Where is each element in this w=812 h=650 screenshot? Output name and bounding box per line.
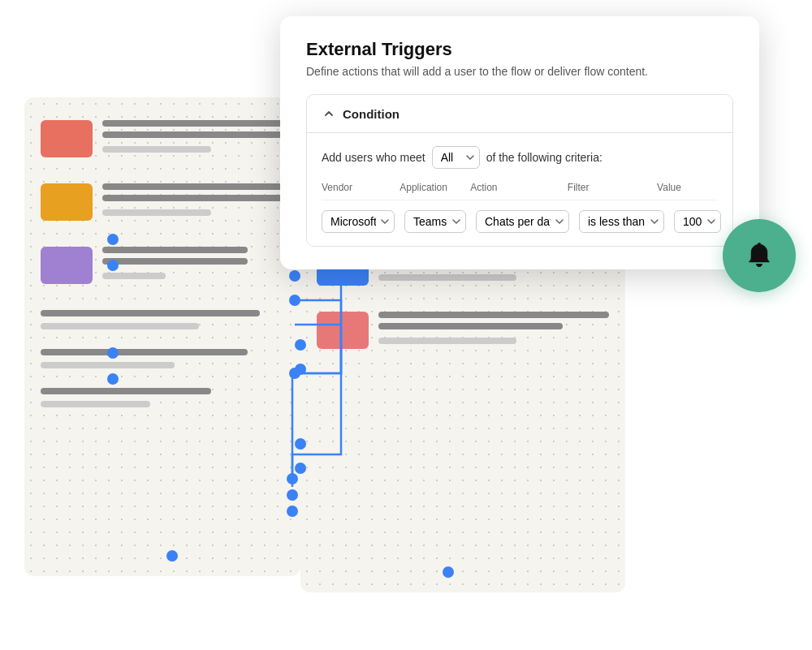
extra-lines — [41, 310, 284, 407]
line-bar — [378, 274, 516, 281]
line-bar — [102, 247, 248, 253]
svg-rect-10 — [758, 243, 761, 245]
connector-dot-right-mid3 — [295, 438, 306, 450]
node-color-salmon — [317, 312, 369, 349]
condition-section: Condition Add users who meet All Any of … — [306, 94, 733, 247]
line-bar — [102, 120, 284, 127]
popup-description: Define actions that will add a user to t… — [306, 65, 733, 78]
criteria-all-select[interactable]: All Any — [432, 146, 480, 169]
left-flow-card — [24, 97, 300, 576]
node-color-purple — [41, 247, 93, 284]
connector-dot — [107, 234, 119, 245]
th-vendor: Vendor — [322, 182, 390, 193]
application-select[interactable]: Teams — [404, 210, 466, 233]
criteria-prefix: Add users who meet — [322, 151, 425, 164]
line-bar — [102, 131, 284, 138]
node-color-red — [41, 120, 93, 157]
connector-dot — [107, 373, 119, 385]
connector-dot-right-mid2 — [295, 364, 306, 375]
line-bar — [41, 401, 150, 407]
line-bar — [41, 388, 211, 394]
th-filter: Filter — [568, 182, 647, 193]
filter-select[interactable]: is less than — [579, 210, 664, 233]
external-triggers-popup: External Triggers Define actions that wi… — [280, 16, 759, 269]
connector-dot-right-bottom — [443, 566, 454, 578]
connector-dot — [107, 260, 119, 271]
line-bar — [102, 146, 211, 153]
th-action: Action — [470, 182, 558, 193]
condition-body: Add users who meet All Any of the follow… — [307, 133, 732, 246]
bell-icon — [743, 239, 775, 272]
bell-notification-button[interactable] — [723, 219, 796, 292]
condition-title: Condition — [343, 107, 400, 121]
action-select[interactable]: Chats per day — [476, 210, 569, 233]
line-bar — [102, 258, 248, 265]
criteria-suffix: of the following criteria: — [486, 151, 603, 164]
node-lines-r3 — [378, 308, 609, 344]
line-bar — [102, 209, 211, 216]
value-select[interactable]: 100 — [674, 210, 721, 233]
node-lines-2 — [102, 180, 284, 216]
flow-node-3 — [41, 243, 284, 284]
flow-node-right-3 — [317, 308, 609, 349]
th-value: Value — [657, 182, 718, 193]
line-bar — [41, 349, 248, 355]
line-bar — [41, 323, 199, 329]
connector-dot-right-mid4 — [295, 463, 306, 474]
connector-dot-bottom — [166, 550, 178, 562]
scene: External Triggers Define actions that wi… — [0, 0, 812, 650]
table-data-row: Microsoft Teams Chats per day is less th… — [322, 210, 718, 233]
line-bar — [102, 183, 284, 190]
chevron-up-icon — [322, 106, 336, 121]
popup-title: External Triggers — [306, 39, 733, 60]
node-color-yellow — [41, 183, 93, 221]
line-bar — [102, 195, 284, 201]
th-application: Application — [400, 182, 460, 193]
node-lines-3 — [102, 243, 284, 279]
criteria-row: Add users who meet All Any of the follow… — [322, 146, 718, 169]
line-bar — [102, 273, 166, 279]
flow-node-1 — [41, 117, 284, 157]
vendor-select[interactable]: Microsoft — [322, 210, 395, 233]
flow-node-2 — [41, 180, 284, 221]
line-bar — [41, 362, 175, 368]
connector-dot-right-mid1 — [295, 339, 306, 351]
line-bar — [378, 323, 563, 329]
table-header-row: Vendor Application Action Filter Value — [322, 182, 718, 200]
node-lines-1 — [102, 117, 284, 153]
connector-dot — [107, 347, 119, 359]
line-bar — [378, 312, 609, 318]
condition-header: Condition — [307, 95, 732, 133]
line-bar — [41, 310, 260, 316]
line-bar — [378, 338, 516, 344]
